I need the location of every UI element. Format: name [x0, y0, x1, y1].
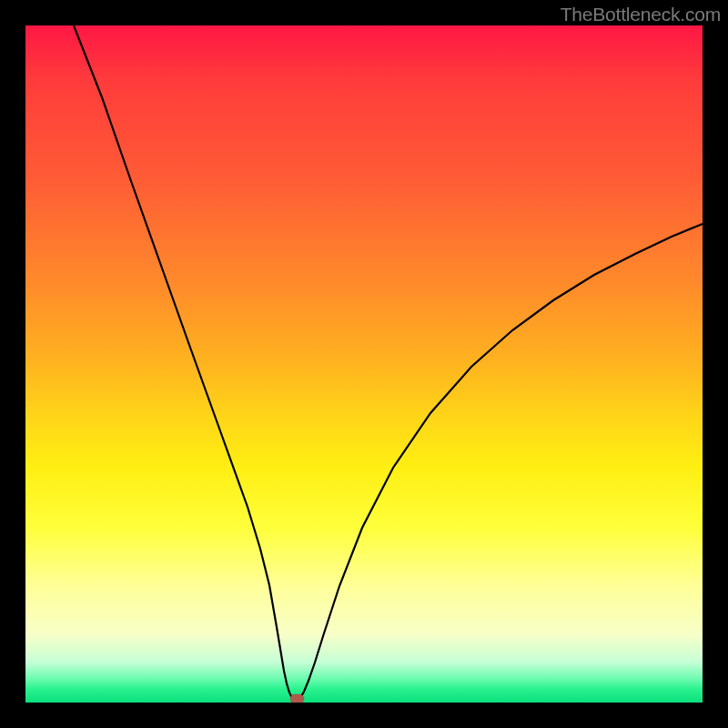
curve-left-branch — [74, 25, 295, 701]
minimum-marker — [290, 694, 304, 703]
bottleneck-curve — [25, 25, 703, 703]
chart-plot-area — [25, 25, 703, 703]
curve-right-branch — [298, 224, 703, 701]
watermark-text: TheBottleneck.com — [561, 4, 721, 25]
